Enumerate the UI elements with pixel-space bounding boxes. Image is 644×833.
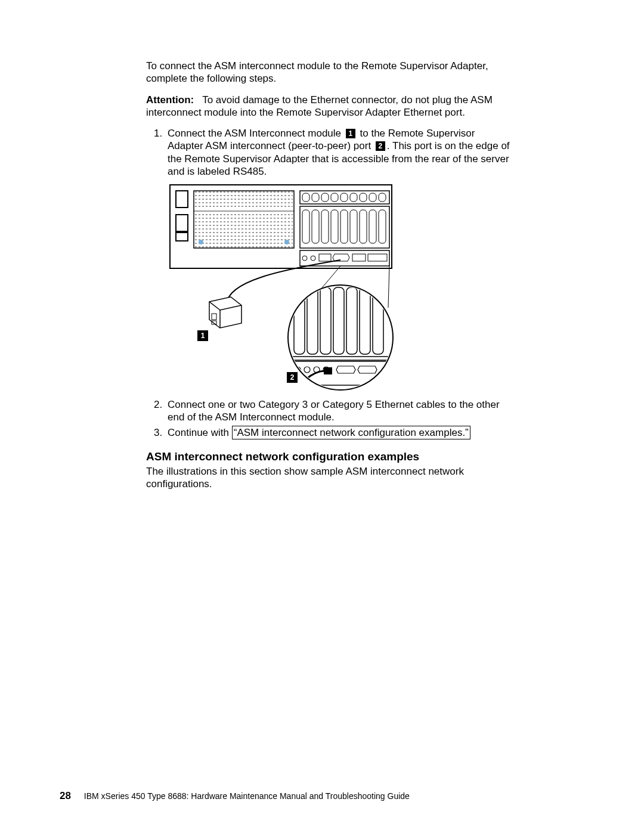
attention-paragraph: Attention: To avoid damage to the Ethern…	[146, 94, 510, 119]
step-2-text: Connect one or two Category 3 or Categor…	[168, 399, 500, 423]
svg-point-7	[284, 240, 289, 244]
diagram-svg	[168, 182, 394, 391]
step-1-text-a: Connect the ASM Interconnect module	[168, 128, 341, 139]
footer-text: IBM xSeries 450 Type 8688: Hardware Main…	[84, 791, 410, 801]
body-content: To connect the ASM interconnect module t…	[146, 60, 510, 490]
cross-reference-link[interactable]: “ASM interconnect network configuration …	[232, 426, 470, 439]
step-3: Continue with “ASM interconnect network …	[165, 426, 510, 439]
attention-body: To avoid damage to the Ethernet connecto…	[146, 94, 493, 118]
page: To connect the ASM interconnect module t…	[0, 0, 644, 833]
section-body: The illustrations in this section show s…	[146, 465, 510, 491]
intro-paragraph: To connect the ASM interconnect module t…	[146, 60, 510, 85]
callout-1-icon: 1	[346, 129, 355, 138]
step-2: Connect one or two Category 3 or Categor…	[165, 398, 510, 424]
steps-list: Connect the ASM Interconnect module 1 to…	[146, 127, 510, 439]
server-diagram: 1 2	[168, 182, 394, 391]
page-footer: 28 IBM xSeries 450 Type 8688: Hardware M…	[60, 789, 410, 802]
attention-label: Attention:	[146, 94, 194, 106]
diagram-callout-1: 1	[197, 330, 208, 341]
page-number: 28	[60, 790, 71, 801]
diagram-callout-2: 2	[287, 372, 298, 383]
svg-rect-0	[170, 185, 392, 268]
step-3-text: Continue with	[168, 427, 229, 438]
step-1: Connect the ASM Interconnect module 1 to…	[165, 127, 510, 391]
callout-2-icon: 2	[376, 141, 385, 151]
svg-point-6	[199, 240, 203, 244]
svg-line-35	[388, 266, 389, 308]
section-heading: ASM interconnect network configuration e…	[146, 450, 510, 464]
svg-rect-53	[324, 367, 332, 374]
